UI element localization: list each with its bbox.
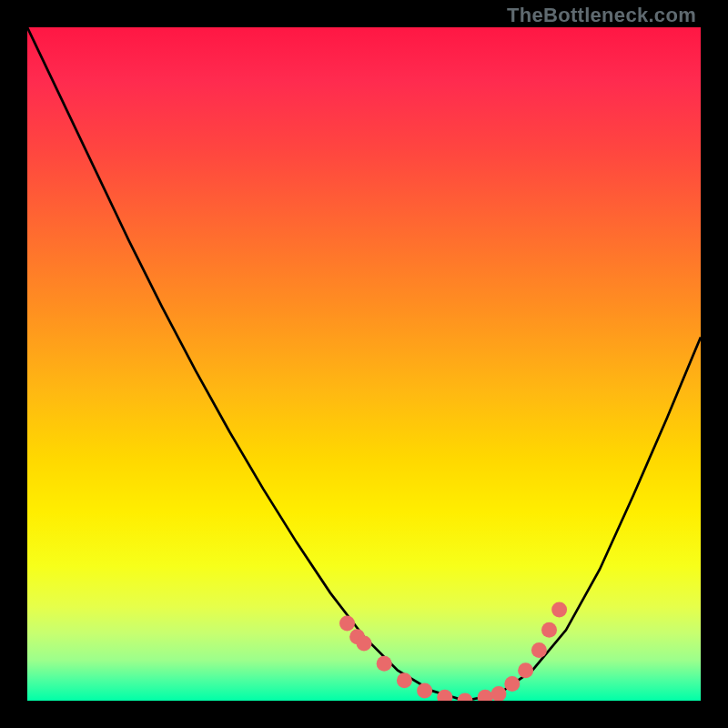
highlight-dot: [437, 690, 452, 701]
curve-line: [27, 27, 701, 701]
highlight-dot: [541, 622, 557, 638]
highlight-dot: [397, 672, 412, 688]
highlight-dot: [518, 662, 533, 678]
highlight-dot: [377, 656, 392, 672]
highlight-dot: [357, 636, 372, 652]
attribution-label: TheBottleneck.com: [507, 4, 696, 27]
highlight-dot: [478, 690, 493, 701]
highlight-dot: [458, 693, 473, 702]
highlight-dot: [491, 686, 507, 701]
highlight-dots: [339, 602, 567, 701]
highlight-dot: [531, 642, 547, 658]
highlight-dot: [417, 682, 432, 698]
chart-overlay: [27, 27, 701, 701]
highlight-dot: [551, 602, 567, 618]
highlight-dot: [339, 615, 355, 631]
highlight-dot: [504, 676, 520, 692]
